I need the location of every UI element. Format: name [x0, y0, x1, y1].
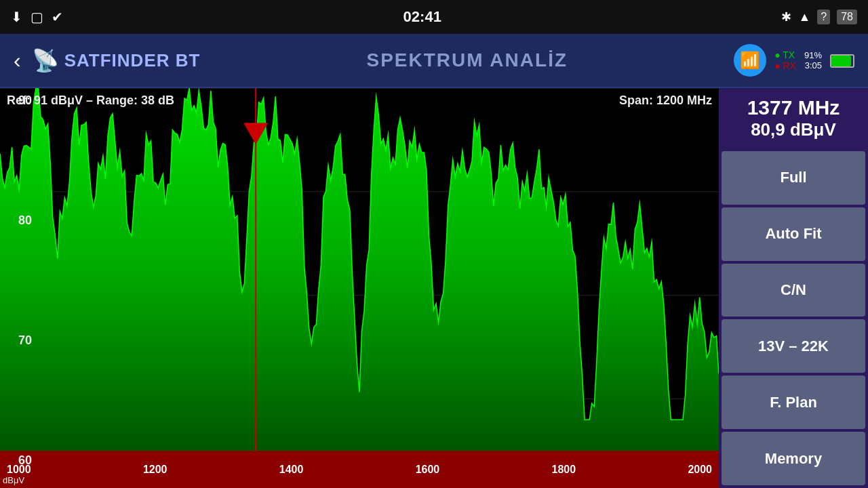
battery-status-text: 78: [837, 9, 857, 24]
battery-percent: 91%: [804, 50, 822, 60]
frequency-mhz: 1377 MHz: [726, 96, 861, 119]
satellite-icon: 📡: [32, 47, 59, 73]
rx-label: ● RX: [774, 60, 796, 71]
frequency-dbmv: 80,9 dBμV: [726, 119, 861, 140]
back-button[interactable]: ‹: [14, 48, 21, 73]
status-bar: ⬇ ▢ ✔ 02:41 ✱ ▲ ? 78: [0, 0, 868, 34]
logo-text: SATFINDER BT: [64, 50, 201, 71]
status-right: ✱ ▲ ? 78: [781, 9, 857, 24]
download-icon: ⬇: [11, 9, 22, 25]
battery-area: 91% 3:05: [804, 50, 822, 70]
logo-area: 📡 SATFINDER BT: [32, 47, 201, 73]
bluetooth-button[interactable]: 📶: [734, 44, 766, 77]
voltage-button[interactable]: 13V – 22K: [722, 319, 865, 373]
bluetooth-icon: 📶: [740, 51, 760, 70]
spectrum-span: Span: 1200 MHz: [619, 94, 712, 108]
battery-icon: [830, 54, 854, 68]
status-left: ⬇ ▢ ✔: [11, 9, 63, 25]
full-button[interactable]: Full: [722, 151, 865, 205]
header-right: 📶 ● TX ● RX 91% 3:05: [734, 44, 854, 77]
freq-1600: 1600: [416, 464, 440, 476]
tx-label: ● TX: [774, 49, 796, 60]
wifi-icon: ▲: [798, 10, 810, 24]
bluetooth-status-icon: ✱: [781, 9, 791, 24]
cn-button[interactable]: C/N: [722, 264, 865, 317]
spectrum-area[interactable]: Ref: 91 dBμV – Range: 38 dB Span: 1200 M…: [0, 88, 719, 488]
freq-1400: 1400: [279, 464, 304, 476]
freq-1000: 1000: [7, 464, 31, 476]
frequency-labels: 1000 1200 1400 1600 1800 2000: [0, 464, 719, 476]
battery-time: 3:05: [805, 60, 822, 70]
buttons-area: Full Auto Fit C/N 13V – 22K F. Plan Memo…: [719, 148, 868, 488]
frequency-display: 1377 MHz 80,9 dBμV: [719, 88, 868, 148]
spectrum-canvas[interactable]: [0, 88, 719, 451]
freq-2000: 2000: [688, 464, 712, 476]
main-content: Ref: 91 dBμV – Range: 38 dB Span: 1200 M…: [0, 88, 868, 488]
spectrum-info: Ref: 91 dBμV – Range: 38 dB: [7, 94, 174, 108]
dbmv-label: dBμV: [3, 475, 24, 485]
question-icon: ?: [817, 9, 830, 24]
tx-rx-indicator: ● TX ● RX: [774, 49, 796, 71]
right-panel: 1377 MHz 80,9 dBμV Full Auto Fit C/N 13V…: [719, 88, 868, 488]
header-title: SPEKTRUM ANALİZ: [200, 49, 734, 71]
status-time: 02:41: [403, 8, 441, 26]
auto-fit-button[interactable]: Auto Fit: [722, 207, 865, 261]
freq-1200: 1200: [143, 464, 167, 476]
fplan-button[interactable]: F. Plan: [722, 375, 865, 429]
chart-container[interactable]: [0, 88, 719, 451]
frequency-bar: 1000 1200 1400 1600 1800 2000 dBμV: [0, 451, 719, 488]
battery-fill: [831, 56, 851, 66]
screen-icon: ▢: [31, 9, 43, 25]
task-icon: ✔: [52, 9, 63, 25]
memory-button[interactable]: Memory: [722, 432, 865, 485]
header: ‹ 📡 SATFINDER BT SPEKTRUM ANALİZ 📶 ● TX …: [0, 34, 868, 88]
freq-1800: 1800: [552, 464, 576, 476]
